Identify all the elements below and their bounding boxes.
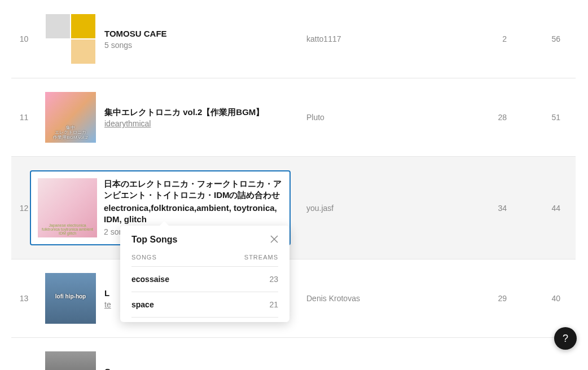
stat-col-2: 40 xyxy=(507,294,560,303)
song-name: space xyxy=(131,300,154,309)
playlist-title[interactable]: 日本のエレクトロニカ・フォークトロニカ・アンビエント・トイトロニカ・IDMの詰め… xyxy=(104,178,283,201)
song-count: 5 songs xyxy=(104,41,300,50)
playlist-title[interactable]: C xyxy=(104,366,300,370)
curator-link[interactable]: idearythmical xyxy=(104,119,151,128)
playlist-info: TOMOSU CAFE 5 songs xyxy=(104,28,306,50)
top-songs-popover: Top Songs SONGS STREAMS ecossaise 23 spa… xyxy=(120,226,289,322)
curator-link[interactable]: te xyxy=(104,300,111,309)
playlist-title[interactable]: 集中エレクトロニカ vol.2【作業用BGM】 xyxy=(104,107,300,118)
table-row-selected[interactable]: 12 Japanese electronica folktronica toyt… xyxy=(11,157,576,259)
stream-count: 23 xyxy=(269,275,278,284)
curator-name[interactable]: katto1117 xyxy=(306,34,453,43)
stat-col-1: 34 xyxy=(453,204,507,213)
popover-song-row[interactable]: space 21 xyxy=(131,292,278,318)
curator-name[interactable]: you.jasf xyxy=(306,204,453,213)
popover-song-row[interactable]: ecossaise 23 xyxy=(131,267,278,292)
stream-count: 21 xyxy=(269,300,278,309)
playlist-title[interactable]: TOMOSU CAFE xyxy=(104,28,300,39)
popover-title: Top Songs xyxy=(131,235,177,245)
curator-name[interactable]: Denis Krotovas xyxy=(306,294,453,303)
curator-name[interactable]: Pluto xyxy=(306,113,453,122)
album-art: CONTEMPORARY MODERN CLASSICAL xyxy=(45,351,96,370)
album-art: Japanese electronica folktronica toytron… xyxy=(38,178,97,237)
question-icon: ? xyxy=(563,333,568,345)
popover-col-songs: SONGS xyxy=(131,254,157,261)
popover-col-streams: STREAMS xyxy=(244,254,278,261)
table-row[interactable]: 10 TOMOSU CAFE 5 songs katto1117 2 56 xyxy=(11,0,576,78)
close-icon[interactable] xyxy=(270,235,278,245)
playlist-info: 集中エレクトロニカ vol.2【作業用BGM】 idearythmical xyxy=(104,107,306,128)
rank-number: 13 xyxy=(11,294,37,303)
stat-col-2: 44 xyxy=(507,204,560,213)
stat-col-2: 51 xyxy=(507,113,560,122)
rank-number: 10 xyxy=(11,34,37,43)
artwork-cell: 集中 エレクトロニカ 作業用BGM vol.2 xyxy=(37,92,104,143)
artwork-cell: lofi hip-hop xyxy=(37,273,104,324)
help-button[interactable]: ? xyxy=(554,327,577,350)
album-art: lofi hip-hop xyxy=(45,273,96,324)
stat-col-2: 56 xyxy=(507,34,560,43)
song-name: ecossaise xyxy=(131,275,169,284)
stat-col-1: 28 xyxy=(453,113,507,122)
album-art xyxy=(45,14,96,64)
stat-col-1: 29 xyxy=(453,294,507,303)
playlist-tags: electronica,folktronica,ambient, toytron… xyxy=(104,202,283,226)
table-row[interactable]: 11 集中 エレクトロニカ 作業用BGM vol.2 集中エレクトロニカ vol… xyxy=(11,78,576,157)
playlist-info: C re xyxy=(104,366,306,370)
artwork-cell: CONTEMPORARY MODERN CLASSICAL xyxy=(37,351,104,370)
playlist-table: 10 TOMOSU CAFE 5 songs katto1117 2 56 11… xyxy=(11,0,576,370)
album-art: 集中 エレクトロニカ 作業用BGM vol.2 xyxy=(45,92,96,143)
artwork-cell xyxy=(37,14,104,64)
table-row[interactable]: 14 CONTEMPORARY MODERN CLASSICAL C re co… xyxy=(11,338,576,370)
rank-number: 11 xyxy=(11,113,37,122)
table-row[interactable]: 13 lofi hip-hop L te Denis Krotovas 29 4… xyxy=(11,259,576,338)
stat-col-1: 2 xyxy=(453,34,507,43)
